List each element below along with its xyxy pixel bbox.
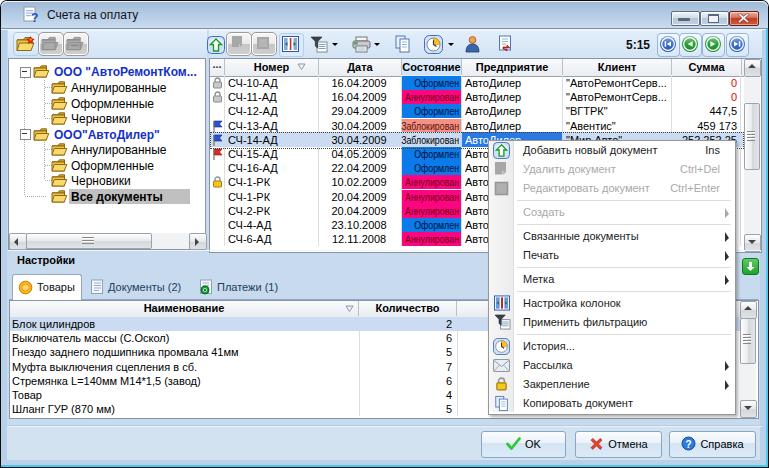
svg-text:?: ? bbox=[31, 11, 38, 24]
svg-text:?: ? bbox=[686, 438, 692, 450]
